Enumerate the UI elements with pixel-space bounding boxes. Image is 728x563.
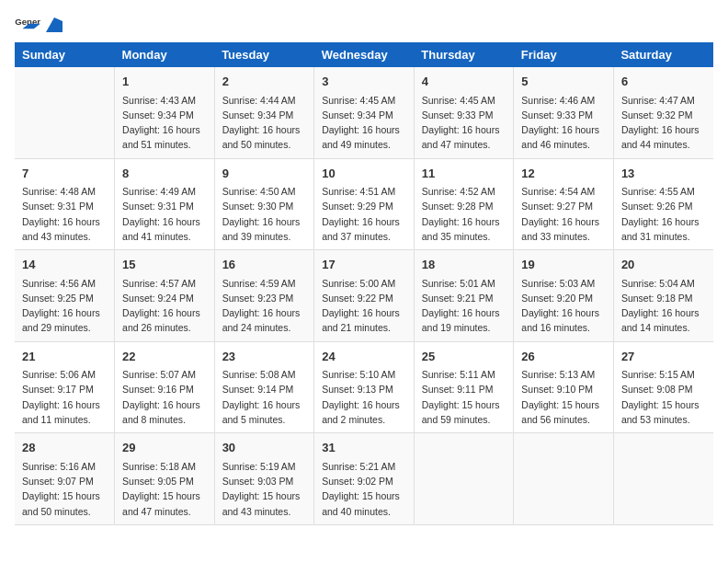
day-info: Sunrise: 5:00 AM Sunset: 9:22 PM Dayligh… — [322, 276, 406, 336]
logo-triangle-icon — [46, 17, 63, 32]
day-cell: 3Sunrise: 4:45 AM Sunset: 9:34 PM Daylig… — [314, 67, 415, 158]
day-number: 3 — [322, 73, 406, 91]
column-header-sunday: Sunday — [15, 42, 115, 67]
day-cell: 20Sunrise: 5:04 AM Sunset: 9:18 PM Dayli… — [613, 250, 713, 342]
day-number: 30 — [222, 439, 307, 457]
day-number: 7 — [22, 165, 107, 183]
day-info: Sunrise: 4:49 AM Sunset: 9:31 PM Dayligh… — [122, 184, 207, 244]
day-number: 6 — [621, 73, 706, 91]
day-cell: 15Sunrise: 4:57 AM Sunset: 9:24 PM Dayli… — [115, 250, 215, 342]
day-cell: 19Sunrise: 5:03 AM Sunset: 9:20 PM Dayli… — [514, 250, 614, 342]
day-number: 19 — [521, 256, 606, 274]
day-cell: 31Sunrise: 5:21 AM Sunset: 9:02 PM Dayli… — [314, 433, 415, 525]
day-cell: 5Sunrise: 4:46 AM Sunset: 9:33 PM Daylig… — [514, 67, 614, 158]
week-row-2: 7Sunrise: 4:48 AM Sunset: 9:31 PM Daylig… — [15, 158, 713, 250]
day-cell — [15, 67, 115, 158]
day-cell: 24Sunrise: 5:10 AM Sunset: 9:13 PM Dayli… — [314, 341, 415, 433]
day-number: 31 — [322, 439, 406, 457]
week-row-3: 14Sunrise: 4:56 AM Sunset: 9:25 PM Dayli… — [15, 250, 713, 342]
day-cell — [414, 433, 514, 525]
day-cell: 30Sunrise: 5:19 AM Sunset: 9:03 PM Dayli… — [214, 433, 314, 525]
day-info: Sunrise: 5:16 AM Sunset: 9:07 PM Dayligh… — [22, 459, 107, 519]
logo: General — [15, 15, 63, 35]
day-info: Sunrise: 5:06 AM Sunset: 9:17 PM Dayligh… — [22, 367, 107, 427]
day-info: Sunrise: 5:08 AM Sunset: 9:14 PM Dayligh… — [222, 367, 307, 427]
day-number: 26 — [521, 348, 606, 366]
day-info: Sunrise: 5:18 AM Sunset: 9:05 PM Dayligh… — [122, 459, 207, 519]
column-header-monday: Monday — [115, 42, 215, 67]
column-header-thursday: Thursday — [414, 42, 514, 67]
day-number: 5 — [521, 73, 606, 91]
day-number: 21 — [22, 348, 107, 366]
day-number: 12 — [521, 165, 606, 183]
day-cell: 21Sunrise: 5:06 AM Sunset: 9:17 PM Dayli… — [15, 341, 115, 433]
day-info: Sunrise: 5:04 AM Sunset: 9:18 PM Dayligh… — [621, 276, 706, 336]
day-cell: 22Sunrise: 5:07 AM Sunset: 9:16 PM Dayli… — [115, 341, 215, 433]
day-number: 15 — [122, 256, 207, 274]
week-row-4: 21Sunrise: 5:06 AM Sunset: 9:17 PM Dayli… — [15, 341, 713, 433]
day-number: 13 — [621, 165, 706, 183]
day-number: 29 — [122, 439, 207, 457]
day-number: 16 — [222, 256, 307, 274]
day-info: Sunrise: 5:03 AM Sunset: 9:20 PM Dayligh… — [521, 276, 606, 336]
day-cell: 27Sunrise: 5:15 AM Sunset: 9:08 PM Dayli… — [613, 341, 713, 433]
day-cell: 6Sunrise: 4:47 AM Sunset: 9:32 PM Daylig… — [613, 67, 713, 158]
day-info: Sunrise: 5:19 AM Sunset: 9:03 PM Dayligh… — [222, 459, 307, 519]
day-cell: 16Sunrise: 4:59 AM Sunset: 9:23 PM Dayli… — [214, 250, 314, 342]
day-info: Sunrise: 5:11 AM Sunset: 9:11 PM Dayligh… — [422, 367, 506, 427]
week-row-1: 1Sunrise: 4:43 AM Sunset: 9:34 PM Daylig… — [15, 67, 713, 158]
day-info: Sunrise: 4:45 AM Sunset: 9:33 PM Dayligh… — [422, 93, 506, 153]
day-number: 14 — [22, 256, 107, 274]
day-number: 22 — [122, 348, 207, 366]
day-info: Sunrise: 5:07 AM Sunset: 9:16 PM Dayligh… — [122, 367, 207, 427]
day-cell: 8Sunrise: 4:49 AM Sunset: 9:31 PM Daylig… — [115, 158, 215, 250]
day-cell: 29Sunrise: 5:18 AM Sunset: 9:05 PM Dayli… — [115, 433, 215, 525]
day-cell: 25Sunrise: 5:11 AM Sunset: 9:11 PM Dayli… — [414, 341, 514, 433]
day-number: 17 — [322, 256, 406, 274]
day-info: Sunrise: 5:21 AM Sunset: 9:02 PM Dayligh… — [322, 459, 406, 519]
day-cell — [514, 433, 614, 525]
day-cell — [613, 433, 713, 525]
day-number: 20 — [621, 256, 706, 274]
day-info: Sunrise: 4:44 AM Sunset: 9:34 PM Dayligh… — [222, 93, 307, 153]
day-number: 8 — [122, 165, 207, 183]
day-cell: 4Sunrise: 4:45 AM Sunset: 9:33 PM Daylig… — [414, 67, 514, 158]
day-cell: 2Sunrise: 4:44 AM Sunset: 9:34 PM Daylig… — [214, 67, 314, 158]
day-info: Sunrise: 4:45 AM Sunset: 9:34 PM Dayligh… — [322, 93, 406, 153]
header-row: SundayMondayTuesdayWednesdayThursdayFrid… — [15, 42, 713, 67]
day-cell: 23Sunrise: 5:08 AM Sunset: 9:14 PM Dayli… — [214, 341, 314, 433]
day-cell: 11Sunrise: 4:52 AM Sunset: 9:28 PM Dayli… — [414, 158, 514, 250]
day-info: Sunrise: 5:01 AM Sunset: 9:21 PM Dayligh… — [422, 276, 506, 336]
day-info: Sunrise: 4:43 AM Sunset: 9:34 PM Dayligh… — [122, 93, 207, 153]
day-number: 25 — [422, 348, 506, 366]
day-info: Sunrise: 4:46 AM Sunset: 9:33 PM Dayligh… — [521, 93, 606, 153]
day-number: 24 — [322, 348, 406, 366]
day-info: Sunrise: 4:48 AM Sunset: 9:31 PM Dayligh… — [22, 184, 107, 244]
day-info: Sunrise: 5:15 AM Sunset: 9:08 PM Dayligh… — [621, 367, 706, 427]
day-cell: 26Sunrise: 5:13 AM Sunset: 9:10 PM Dayli… — [514, 341, 614, 433]
day-number: 23 — [222, 348, 307, 366]
day-info: Sunrise: 4:59 AM Sunset: 9:23 PM Dayligh… — [222, 276, 307, 336]
svg-marker-2 — [46, 17, 63, 32]
day-info: Sunrise: 4:55 AM Sunset: 9:26 PM Dayligh… — [621, 184, 706, 244]
day-info: Sunrise: 4:50 AM Sunset: 9:30 PM Dayligh… — [222, 184, 307, 244]
day-cell: 17Sunrise: 5:00 AM Sunset: 9:22 PM Dayli… — [314, 250, 415, 342]
day-cell: 10Sunrise: 4:51 AM Sunset: 9:29 PM Dayli… — [314, 158, 415, 250]
day-cell: 13Sunrise: 4:55 AM Sunset: 9:26 PM Dayli… — [613, 158, 713, 250]
header: General — [15, 15, 713, 35]
day-number: 10 — [322, 165, 406, 183]
column-header-tuesday: Tuesday — [214, 42, 314, 67]
day-info: Sunrise: 5:10 AM Sunset: 9:13 PM Dayligh… — [322, 367, 406, 427]
day-number: 28 — [22, 439, 107, 457]
calendar-table: SundayMondayTuesdayWednesdayThursdayFrid… — [15, 42, 713, 525]
day-cell: 7Sunrise: 4:48 AM Sunset: 9:31 PM Daylig… — [15, 158, 115, 250]
day-info: Sunrise: 5:13 AM Sunset: 9:10 PM Dayligh… — [521, 367, 606, 427]
day-info: Sunrise: 4:57 AM Sunset: 9:24 PM Dayligh… — [122, 276, 207, 336]
column-header-friday: Friday — [514, 42, 614, 67]
day-cell: 1Sunrise: 4:43 AM Sunset: 9:34 PM Daylig… — [115, 67, 215, 158]
logo-icon: General — [15, 15, 40, 35]
day-info: Sunrise: 4:51 AM Sunset: 9:29 PM Dayligh… — [322, 184, 406, 244]
day-number: 1 — [122, 73, 207, 91]
day-number: 9 — [222, 165, 307, 183]
day-number: 2 — [222, 73, 307, 91]
